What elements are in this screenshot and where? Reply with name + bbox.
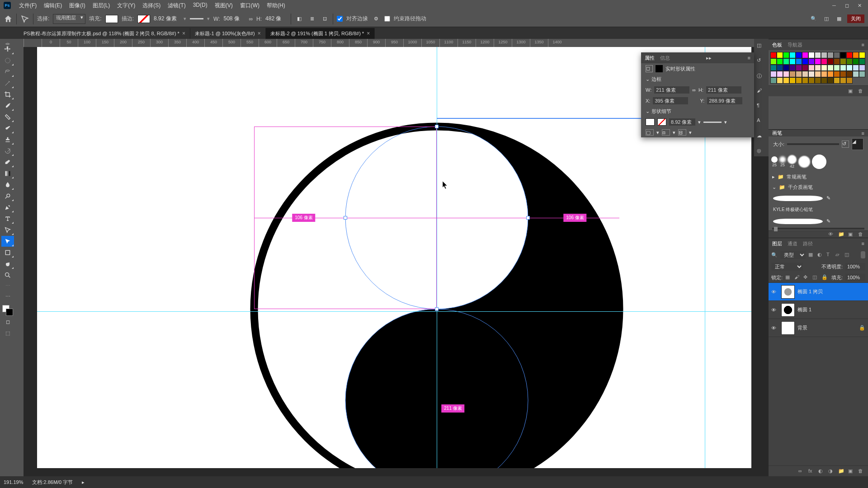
delete-swatch-icon[interactable]: 🗑 [858,88,864,94]
close-icon[interactable]: × [182,30,185,37]
swatch[interactable] [783,71,789,77]
delete-brush-icon[interactable]: 🗑 [858,231,864,238]
swatch[interactable] [821,77,827,84]
menu-filter[interactable]: 滤镜(T) [164,2,189,9]
swatch[interactable] [846,71,853,77]
search-icon[interactable]: 🔍 [809,14,818,23]
doc-tab-1[interactable]: 未标题-1 @ 100%(灰色/8#)× [190,28,266,39]
swatch[interactable] [789,58,796,65]
type-tool[interactable] [1,213,14,224]
ruler-origin[interactable] [15,39,24,47]
tab-paths[interactable]: 路径 [803,240,813,247]
doc-size[interactable]: 文档:2.86M/0 字节 [32,479,73,486]
color-swatches[interactable] [2,305,13,316]
swatch[interactable] [853,65,859,71]
swatch[interactable] [846,58,853,65]
swatch[interactable] [808,77,815,84]
paragraph-icon[interactable]: ¶ [757,103,766,111]
swatch[interactable] [770,77,777,84]
new-group-icon[interactable]: 📁 [838,231,844,238]
group-icon[interactable]: 📁 [838,468,844,474]
align-stroke-icon[interactable]: ⊟ [678,129,686,136]
filter-pixel-icon[interactable]: ▦ [808,252,815,258]
swatch[interactable] [859,65,865,71]
blur-tool[interactable] [1,179,14,190]
link-layers-icon[interactable]: ∞ [798,468,805,474]
height-field[interactable] [265,16,287,22]
minimize-button[interactable]: ─ [829,2,839,9]
close-panel-button[interactable]: 关闭 [847,14,864,23]
eyedropper-tool[interactable] [1,100,14,111]
swatch[interactable] [777,58,783,65]
anchor-point[interactable] [344,216,347,220]
swatch[interactable] [834,65,840,71]
swatch[interactable] [834,77,840,84]
swatch[interactable] [821,58,827,65]
fill-prop-swatch[interactable] [646,118,655,126]
close-icon[interactable]: × [258,30,261,37]
filter-shape-icon[interactable]: ▱ [835,252,842,258]
swatch[interactable] [796,77,802,84]
shape-tool[interactable] [1,247,14,258]
filter-type-icon[interactable]: T [826,252,833,258]
layer-row[interactable]: 👁 背景 🔒 [769,319,868,337]
new-swatch-icon[interactable]: ▣ [848,88,854,94]
screenmode-tool[interactable]: ⬚ [1,328,14,338]
share-icon[interactable]: ▦ [835,14,844,23]
stroke-style-dropdown[interactable] [703,122,722,123]
brush-preview[interactable]: ◢ [852,138,863,150]
brush-preset[interactable] [812,155,826,169]
swatch[interactable] [802,52,808,58]
swatch[interactable] [796,58,802,65]
tab-swatches[interactable]: 色板 [772,42,782,48]
prop-x-field[interactable] [653,97,688,104]
anchor-point[interactable] [435,307,439,311]
swatch[interactable] [789,65,796,71]
brush-tool[interactable] [1,123,14,134]
swatch[interactable] [859,52,865,58]
filter-adjust-icon[interactable]: ◐ [817,252,824,258]
menu-layer[interactable]: 图层(L) [89,2,114,9]
swatch[interactable] [859,71,865,77]
brush-item[interactable]: ✎ [769,192,868,204]
doc-tab-2[interactable]: 未标题-2 @ 191% (椭圆 1 拷贝, RGB/8#) *× [266,28,375,39]
tab-info[interactable]: 信息 [660,55,670,61]
swatch[interactable] [827,52,834,58]
swatch[interactable] [815,58,821,65]
visibility-icon[interactable]: 👁 [771,307,778,313]
layer-thumbnail[interactable] [781,321,795,335]
swatch[interactable] [796,65,802,71]
menu-select[interactable]: 选择(S) [139,2,164,9]
opacity-field[interactable] [845,263,865,270]
prop-width-field[interactable] [654,86,689,94]
layer-row[interactable]: 👁 椭圆 1 拷贝 [769,283,868,301]
swatch[interactable] [846,65,853,71]
corner-icon[interactable]: ⧈ [662,129,670,136]
align-icon[interactable]: ≣ [307,14,316,23]
path-ops-icon[interactable]: ◧ [295,14,304,23]
menu-3d[interactable]: 3D(D) [189,2,211,9]
swatch[interactable] [783,77,789,84]
menu-help[interactable]: 帮助(H) [263,2,289,9]
swatch[interactable] [777,65,783,71]
anchor-point[interactable] [435,125,439,128]
blend-mode-dropdown[interactable]: 正常 [771,263,803,271]
guide-vertical[interactable] [437,47,437,468]
delete-layer-icon[interactable]: 🗑 [858,468,864,474]
pen-tool[interactable] [1,202,14,213]
menu-window[interactable]: 窗口(W) [236,2,263,9]
info-icon[interactable]: ⓘ [757,73,766,81]
heal-tool[interactable] [1,112,14,122]
cap-icon[interactable]: ▢ [646,129,654,136]
swatch[interactable] [777,71,783,77]
brush-folder[interactable]: ⌄📁干介质画笔 [769,182,868,192]
zoom-level[interactable]: 191.19% [4,479,23,485]
layer-thumbnail[interactable] [781,303,795,317]
visibility-icon[interactable]: 👁 [771,325,778,331]
eraser-tool[interactable] [1,157,14,168]
width-field[interactable] [223,16,245,22]
brush-preset[interactable] [788,155,797,164]
swatch[interactable] [777,52,783,58]
brush-settings-icon[interactable]: 🖌 [757,88,766,96]
collapse-icon[interactable]: ▸▸ [706,55,712,61]
